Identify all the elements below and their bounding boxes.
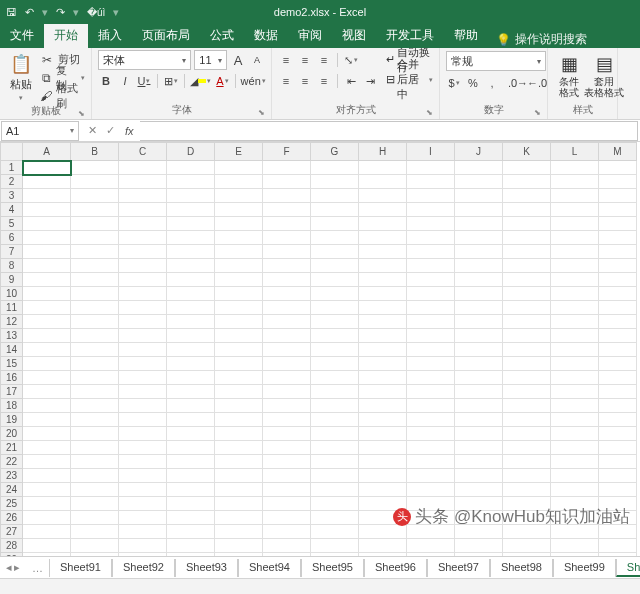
tab-文件[interactable]: 文件 — [0, 24, 44, 48]
cell-I23[interactable] — [407, 469, 455, 483]
select-all-button[interactable] — [1, 143, 23, 161]
cell-E22[interactable] — [215, 455, 263, 469]
cell-G16[interactable] — [311, 371, 359, 385]
row-header-10[interactable]: 10 — [1, 287, 23, 301]
cell-E1[interactable] — [215, 161, 263, 175]
cell-G3[interactable] — [311, 189, 359, 203]
col-header-A[interactable]: A — [23, 143, 71, 161]
cell-J7[interactable] — [455, 245, 503, 259]
cell-I3[interactable] — [407, 189, 455, 203]
cell-K27[interactable] — [503, 525, 551, 539]
cell-L5[interactable] — [551, 217, 599, 231]
cell-J4[interactable] — [455, 203, 503, 217]
enter-formula-icon[interactable]: ✓ — [101, 124, 119, 137]
format-painter-button[interactable]: 🖌格式刷 — [40, 87, 85, 104]
cell-B20[interactable] — [71, 427, 119, 441]
cell-E4[interactable] — [215, 203, 263, 217]
cell-D19[interactable] — [167, 413, 215, 427]
cell-K26[interactable] — [503, 511, 551, 525]
cell-J19[interactable] — [455, 413, 503, 427]
row-header-4[interactable]: 4 — [1, 203, 23, 217]
cell-G22[interactable] — [311, 455, 359, 469]
undo-icon[interactable]: ↶ — [25, 6, 34, 19]
cell-M29[interactable] — [599, 553, 637, 557]
sheet-tab-Sheet97[interactable]: Sheet97 — [427, 559, 490, 577]
cell-B4[interactable] — [71, 203, 119, 217]
cell-G20[interactable] — [311, 427, 359, 441]
align-launcher-icon[interactable]: ⬊ — [426, 108, 433, 117]
row-header-13[interactable]: 13 — [1, 329, 23, 343]
cell-D25[interactable] — [167, 497, 215, 511]
cell-K16[interactable] — [503, 371, 551, 385]
cell-D23[interactable] — [167, 469, 215, 483]
cell-G27[interactable] — [311, 525, 359, 539]
cell-H14[interactable] — [359, 343, 407, 357]
col-header-B[interactable]: B — [71, 143, 119, 161]
cell-B23[interactable] — [71, 469, 119, 483]
col-header-M[interactable]: M — [599, 143, 637, 161]
cell-L3[interactable] — [551, 189, 599, 203]
cell-B3[interactable] — [71, 189, 119, 203]
cell-L11[interactable] — [551, 301, 599, 315]
sheet-tab-Sheet99[interactable]: Sheet99 — [553, 559, 616, 577]
cell-I6[interactable] — [407, 231, 455, 245]
col-header-C[interactable]: C — [119, 143, 167, 161]
cell-G4[interactable] — [311, 203, 359, 217]
cell-C20[interactable] — [119, 427, 167, 441]
cell-L10[interactable] — [551, 287, 599, 301]
row-header-6[interactable]: 6 — [1, 231, 23, 245]
cell-H13[interactable] — [359, 329, 407, 343]
cell-J20[interactable] — [455, 427, 503, 441]
cell-K5[interactable] — [503, 217, 551, 231]
cell-J25[interactable] — [455, 497, 503, 511]
cell-B26[interactable] — [71, 511, 119, 525]
cell-I15[interactable] — [407, 357, 455, 371]
accounting-format-button[interactable]: $ — [446, 75, 462, 91]
cell-M21[interactable] — [599, 441, 637, 455]
font-name-combo[interactable]: 宋体▾ — [98, 50, 191, 70]
cell-H25[interactable] — [359, 497, 407, 511]
cell-D6[interactable] — [167, 231, 215, 245]
cell-D22[interactable] — [167, 455, 215, 469]
cell-D8[interactable] — [167, 259, 215, 273]
cell-H9[interactable] — [359, 273, 407, 287]
cell-I19[interactable] — [407, 413, 455, 427]
cell-C24[interactable] — [119, 483, 167, 497]
cell-B18[interactable] — [71, 399, 119, 413]
decrease-decimal-button[interactable]: ←.0 — [529, 75, 545, 91]
row-header-28[interactable]: 28 — [1, 539, 23, 553]
cell-D26[interactable] — [167, 511, 215, 525]
cell-B11[interactable] — [71, 301, 119, 315]
cell-H8[interactable] — [359, 259, 407, 273]
cell-I22[interactable] — [407, 455, 455, 469]
cell-I21[interactable] — [407, 441, 455, 455]
cell-B8[interactable] — [71, 259, 119, 273]
cell-H15[interactable] — [359, 357, 407, 371]
cell-A4[interactable] — [23, 203, 71, 217]
cell-L23[interactable] — [551, 469, 599, 483]
cell-F20[interactable] — [263, 427, 311, 441]
cell-K18[interactable] — [503, 399, 551, 413]
worksheet-grid[interactable]: ABCDEFGHIJKLM123456789101112131415161718… — [0, 142, 640, 556]
cell-B22[interactable] — [71, 455, 119, 469]
cell-H18[interactable] — [359, 399, 407, 413]
cell-E5[interactable] — [215, 217, 263, 231]
align-center-button[interactable]: ≡ — [297, 73, 313, 89]
cell-L15[interactable] — [551, 357, 599, 371]
cell-M25[interactable] — [599, 497, 637, 511]
cell-L21[interactable] — [551, 441, 599, 455]
cell-A20[interactable] — [23, 427, 71, 441]
cell-G17[interactable] — [311, 385, 359, 399]
cell-J15[interactable] — [455, 357, 503, 371]
sheet-tab-Sheet98[interactable]: Sheet98 — [490, 559, 553, 577]
cell-L18[interactable] — [551, 399, 599, 413]
row-header-2[interactable]: 2 — [1, 175, 23, 189]
cell-D20[interactable] — [167, 427, 215, 441]
merge-center-button[interactable]: ⊟合并后居中▾ — [386, 71, 433, 88]
cell-F28[interactable] — [263, 539, 311, 553]
row-header-11[interactable]: 11 — [1, 301, 23, 315]
cell-A19[interactable] — [23, 413, 71, 427]
align-top-button[interactable]: ≡ — [278, 52, 294, 68]
cell-J12[interactable] — [455, 315, 503, 329]
cell-C29[interactable] — [119, 553, 167, 557]
